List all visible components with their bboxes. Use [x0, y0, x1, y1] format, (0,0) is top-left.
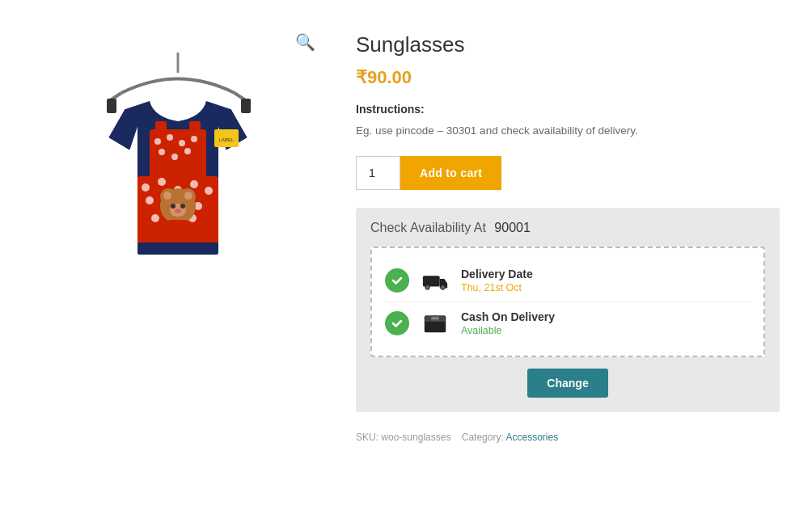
- delivery-date-row: Delivery Date Thu, 21st Oct: [385, 259, 751, 301]
- svg-rect-4: [241, 99, 251, 113]
- availability-pincode: 90001: [494, 221, 531, 234]
- svg-point-37: [175, 209, 181, 213]
- svg-point-8: [179, 140, 185, 146]
- svg-point-16: [142, 183, 150, 192]
- sku-value: woo-sunglasses: [381, 432, 450, 443]
- delivery-date: Thu, 21st Oct: [461, 282, 751, 293]
- product-image: LABEL: [65, 48, 291, 339]
- svg-point-43: [441, 285, 446, 289]
- availability-title: Check Availability At 90001: [370, 221, 765, 235]
- svg-rect-13: [155, 121, 167, 133]
- delivery-check-icon: [385, 268, 409, 293]
- svg-point-20: [205, 187, 213, 195]
- svg-point-17: [158, 178, 166, 186]
- cod-check-icon: [385, 311, 409, 335]
- svg-point-10: [159, 149, 165, 155]
- page-container: 🔍: [0, 0, 812, 467]
- sku-label: SKU:: [356, 432, 379, 443]
- cod-row: Cash On Delivery Available: [385, 301, 751, 344]
- svg-point-11: [171, 154, 178, 160]
- svg-point-33: [184, 192, 192, 200]
- svg-rect-38: [168, 220, 188, 233]
- svg-point-9: [191, 136, 197, 142]
- product-title: Sunglasses: [356, 32, 780, 57]
- svg-point-25: [151, 214, 159, 222]
- svg-rect-47: [431, 317, 438, 319]
- svg-rect-14: [189, 121, 201, 133]
- product-meta: SKU: woo-sunglasses Category: Accessorie…: [356, 432, 780, 443]
- svg-rect-5: [150, 129, 206, 178]
- svg-point-7: [167, 134, 173, 141]
- add-to-cart-row: Add to cart: [356, 156, 780, 190]
- zoom-icon[interactable]: 🔍: [295, 32, 315, 52]
- product-image-wrapper: 🔍: [32, 24, 324, 364]
- availability-inner: Delivery Date Thu, 21st Oct: [370, 247, 765, 357]
- truck-icon: [421, 266, 450, 295]
- delivery-text-block: Delivery Date Thu, 21st Oct: [461, 268, 751, 293]
- cod-status: Available: [461, 325, 751, 336]
- category-label: Category:: [462, 432, 504, 443]
- change-button[interactable]: Change: [527, 369, 608, 398]
- svg-point-6: [154, 138, 161, 145]
- svg-point-36: [180, 204, 185, 209]
- svg-rect-41: [423, 276, 440, 286]
- instructions-text: Eg. use pincode – 30301 and check availa…: [356, 122, 780, 140]
- svg-point-35: [171, 204, 176, 209]
- cod-label: Cash On Delivery: [461, 310, 751, 323]
- box-icon: [421, 309, 450, 338]
- svg-point-42: [425, 285, 430, 289]
- availability-box: Check Availability At 90001: [356, 208, 780, 412]
- svg-rect-3: [107, 99, 116, 113]
- product-image-section: 🔍: [32, 24, 324, 364]
- svg-point-19: [190, 180, 198, 188]
- svg-point-12: [184, 148, 191, 154]
- quantity-input[interactable]: [356, 156, 400, 190]
- svg-text:LABEL: LABEL: [219, 137, 235, 142]
- add-to-cart-button[interactable]: Add to cart: [400, 156, 501, 190]
- category-link[interactable]: Accessories: [505, 432, 558, 443]
- delivery-label: Delivery Date: [461, 268, 751, 280]
- svg-rect-28: [137, 242, 218, 255]
- product-details-section: Sunglasses ₹90.00 Instructions: Eg. use …: [356, 24, 780, 443]
- cod-text-block: Cash On Delivery Available: [461, 310, 751, 336]
- svg-point-32: [163, 192, 171, 200]
- product-price: ₹90.00: [356, 67, 780, 88]
- svg-point-21: [146, 196, 154, 204]
- instructions-label: Instructions:: [356, 103, 780, 116]
